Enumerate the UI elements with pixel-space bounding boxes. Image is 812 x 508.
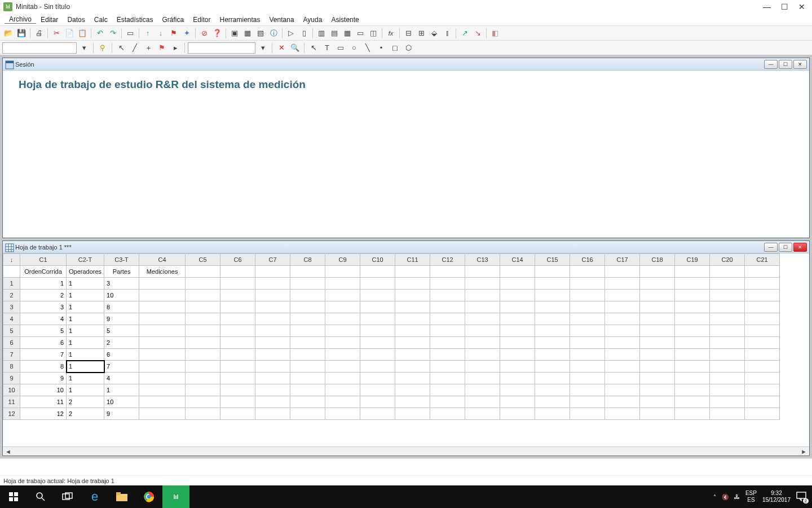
data-cell[interactable] xyxy=(255,278,290,290)
data-cell[interactable] xyxy=(710,361,745,373)
data-cell[interactable] xyxy=(186,361,220,373)
data-cell[interactable] xyxy=(360,361,395,373)
data-cell[interactable] xyxy=(605,337,640,349)
data-cell[interactable] xyxy=(360,408,395,420)
data-cell[interactable] xyxy=(465,325,500,337)
data-cell[interactable] xyxy=(395,337,430,349)
data-cell[interactable] xyxy=(395,278,430,290)
layout3-icon[interactable]: ▭ xyxy=(354,27,367,40)
column-header[interactable]: C16 xyxy=(570,254,605,266)
column-name-cell[interactable]: Partes xyxy=(104,266,139,278)
data-cell[interactable] xyxy=(605,290,640,301)
scroll-left-icon[interactable]: ◄ xyxy=(5,448,11,455)
data-cell[interactable] xyxy=(640,301,675,313)
data-cell[interactable] xyxy=(640,337,675,349)
data-cell[interactable]: 1 xyxy=(67,361,104,373)
data-cell[interactable] xyxy=(465,278,500,290)
data-cell[interactable]: 3 xyxy=(104,278,139,290)
menu-editor[interactable]: Editor xyxy=(188,16,215,24)
menu-herramientas[interactable]: Herramientas xyxy=(215,16,265,24)
data-cell[interactable] xyxy=(290,384,325,396)
data-cell[interactable]: 1 xyxy=(104,384,139,396)
data-cell[interactable]: 6 xyxy=(20,337,67,349)
data-cell[interactable] xyxy=(220,373,255,384)
data-cell[interactable] xyxy=(290,361,325,373)
arrow-up-icon[interactable]: ↑ xyxy=(142,27,154,40)
data-cell[interactable] xyxy=(500,373,535,384)
data-cell[interactable] xyxy=(570,313,605,325)
data-cell[interactable] xyxy=(325,325,360,337)
data-cell[interactable] xyxy=(465,361,500,373)
data-cell[interactable] xyxy=(500,396,535,408)
data-cell[interactable] xyxy=(325,373,360,384)
data-cell[interactable] xyxy=(605,301,640,313)
column-header[interactable]: C5 xyxy=(186,254,220,266)
data-cell[interactable] xyxy=(535,408,570,420)
data-cell[interactable] xyxy=(360,290,395,301)
session-minimize-button[interactable]: — xyxy=(764,60,778,69)
data-cell[interactable] xyxy=(675,278,710,290)
tray-volume-icon[interactable]: 🔇 xyxy=(722,494,729,500)
data-cell[interactable] xyxy=(220,337,255,349)
data-cell[interactable] xyxy=(465,396,500,408)
data-cell[interactable] xyxy=(745,301,780,313)
data-cell[interactable] xyxy=(465,373,500,384)
data-cell[interactable] xyxy=(535,373,570,384)
data-cell[interactable] xyxy=(360,396,395,408)
data-cell[interactable] xyxy=(139,396,186,408)
data-cell[interactable]: 1 xyxy=(67,325,104,337)
data-cell[interactable]: 7 xyxy=(20,349,67,361)
edge-icon[interactable]: e xyxy=(81,485,108,508)
data-cell[interactable] xyxy=(500,290,535,301)
data-cell[interactable] xyxy=(395,361,430,373)
row-header[interactable]: 4 xyxy=(3,313,20,325)
column-name-cell[interactable] xyxy=(360,266,395,278)
data-cell[interactable] xyxy=(220,313,255,325)
data-cell[interactable] xyxy=(640,384,675,396)
data-cell[interactable] xyxy=(535,290,570,301)
data-cell[interactable] xyxy=(535,396,570,408)
value-input[interactable] xyxy=(188,42,255,54)
data-cell[interactable] xyxy=(745,361,780,373)
tray-lang[interactable]: ESP ES xyxy=(745,490,757,503)
data-cell[interactable] xyxy=(465,290,500,301)
menu-editar[interactable]: Editar xyxy=(36,16,63,24)
clear-x-icon[interactable]: ✕ xyxy=(275,42,288,54)
data-cell[interactable] xyxy=(640,396,675,408)
data-cell[interactable] xyxy=(500,408,535,420)
data-cell[interactable] xyxy=(186,373,220,384)
data-cell[interactable] xyxy=(745,313,780,325)
data-cell[interactable] xyxy=(570,373,605,384)
data-cell[interactable] xyxy=(640,361,675,373)
layout1-icon[interactable]: ▥ xyxy=(315,27,328,40)
data-cell[interactable] xyxy=(220,278,255,290)
data-cell[interactable]: 2 xyxy=(104,337,139,349)
chart-column-icon[interactable]: ⫿ xyxy=(441,27,453,40)
column-name-cell[interactable] xyxy=(500,266,535,278)
column-name-cell[interactable] xyxy=(186,266,220,278)
data-cell[interactable] xyxy=(675,313,710,325)
data-cell[interactable] xyxy=(430,408,465,420)
column-header[interactable]: C14 xyxy=(500,254,535,266)
maximize-button[interactable]: ☐ xyxy=(781,2,788,11)
align-left-icon[interactable]: ⊟ xyxy=(402,27,414,40)
tray-network-icon[interactable]: 🖧 xyxy=(734,494,740,500)
data-cell[interactable] xyxy=(255,349,290,361)
data-cell[interactable] xyxy=(220,325,255,337)
data-cell[interactable] xyxy=(186,290,220,301)
menu-asistente[interactable]: Asistente xyxy=(326,16,363,24)
grid-icon[interactable]: ▦ xyxy=(341,27,354,40)
session-maximize-button[interactable]: ☐ xyxy=(779,60,792,69)
data-cell[interactable] xyxy=(535,361,570,373)
data-cell[interactable] xyxy=(430,373,465,384)
data-cell[interactable] xyxy=(605,313,640,325)
column-header[interactable]: C12 xyxy=(430,254,465,266)
data-cell[interactable] xyxy=(139,290,186,301)
column-name-cell[interactable] xyxy=(290,266,325,278)
data-cell[interactable] xyxy=(255,290,290,301)
data-cell[interactable] xyxy=(465,349,500,361)
data-cell[interactable] xyxy=(220,349,255,361)
data-cell[interactable] xyxy=(186,384,220,396)
data-cell[interactable]: 11 xyxy=(20,396,67,408)
data-cell[interactable]: 1 xyxy=(67,349,104,361)
